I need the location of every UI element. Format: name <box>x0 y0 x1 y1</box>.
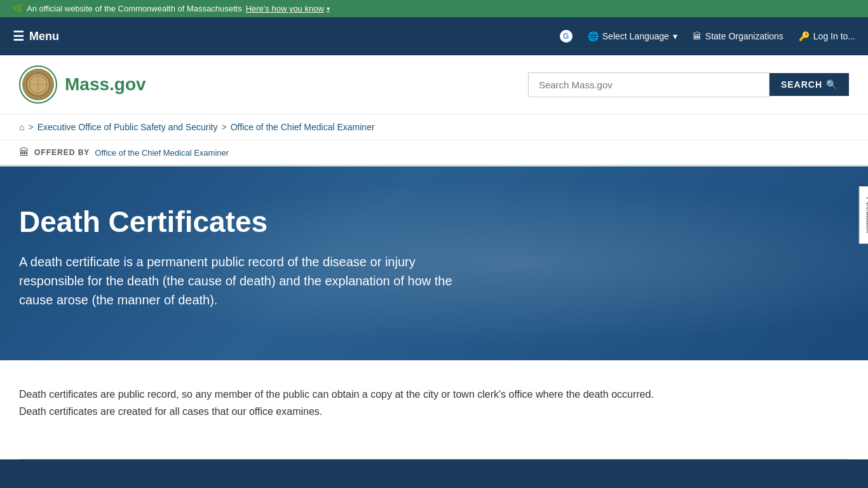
breadcrumb-sep-1: > <box>28 122 33 132</box>
building-org-icon: 🏛 <box>693 31 702 41</box>
nav-left: ☰ Menu <box>13 29 59 44</box>
what-section: What would you like to do? <box>0 459 868 488</box>
hero-content: Death Certificates A death certificate i… <box>19 205 527 309</box>
breadcrumb-link-1[interactable]: Executive Office of Public Safety and Se… <box>37 122 218 132</box>
breadcrumb-home[interactable]: ⌂ <box>19 122 24 132</box>
chevron-icon: ▾ <box>327 5 330 12</box>
hero-section: Death Certificates A death certificate i… <box>0 166 868 360</box>
logo-area: Mass.gov <box>19 65 146 104</box>
offered-by-section: 🏛 OFFERED BY Office of the Chief Medical… <box>0 140 868 166</box>
offered-by-link[interactable]: Office of the Chief Medical Examiner <box>95 148 229 158</box>
language-chevron-icon: ▾ <box>673 31 677 41</box>
know-link[interactable]: Here's how you know ▾ <box>246 4 330 13</box>
menu-label: Menu <box>29 30 59 43</box>
what-title: What would you like to do? <box>19 485 849 488</box>
hamburger-icon: ☰ <box>13 29 24 44</box>
main-nav: ☰ Menu G 🌐 Select Language ▾ 🏛 State Org… <box>0 17 868 55</box>
site-logo-text[interactable]: Mass.gov <box>65 74 146 95</box>
search-icon: 🔍 <box>826 79 837 90</box>
mass-seal <box>22 69 54 100</box>
menu-button[interactable]: ☰ Menu <box>13 29 59 44</box>
state-seal-icon: 🌿 <box>13 4 23 13</box>
state-organizations-link[interactable]: 🏛 State Organizations <box>693 31 783 41</box>
breadcrumb-link-2[interactable]: Office of the Chief Medical Examiner <box>231 122 375 132</box>
hero-description: A death certificate is a permanent publi… <box>19 252 464 309</box>
site-header: Mass.gov SEARCH 🔍 <box>0 55 868 114</box>
globe-icon: 🌐 <box>588 31 599 41</box>
search-area: SEARCH 🔍 <box>528 72 849 97</box>
breadcrumb-sep-2: > <box>221 122 226 132</box>
main-content: Death certificates are public record, so… <box>0 360 699 458</box>
login-icon: 🔑 <box>799 31 810 41</box>
nav-right: G 🌐 Select Language ▾ 🏛 State Organizati… <box>560 30 855 43</box>
offered-by-label: OFFERED BY <box>34 148 90 157</box>
official-banner: 🌿 An official website of the Commonwealt… <box>0 0 868 17</box>
search-button[interactable]: SEARCH 🔍 <box>770 73 849 96</box>
offered-by-icon: 🏛 <box>19 147 29 158</box>
breadcrumb: ⌂ > Executive Office of Public Safety an… <box>0 114 868 140</box>
home-icon: ⌂ <box>19 122 24 132</box>
login-link[interactable]: 🔑 Log In to... <box>799 31 855 41</box>
google-translate-icon: G <box>560 30 573 43</box>
official-text: An official website of the Commonwealth … <box>27 4 242 13</box>
feedback-tab[interactable]: Feedback <box>859 186 869 244</box>
select-language-link[interactable]: 🌐 Select Language ▾ <box>588 31 677 41</box>
content-paragraph: Death certificates are public record, so… <box>19 386 680 420</box>
logo-circle <box>19 65 57 104</box>
search-input[interactable] <box>528 72 770 97</box>
hero-title: Death Certificates <box>19 205 527 240</box>
